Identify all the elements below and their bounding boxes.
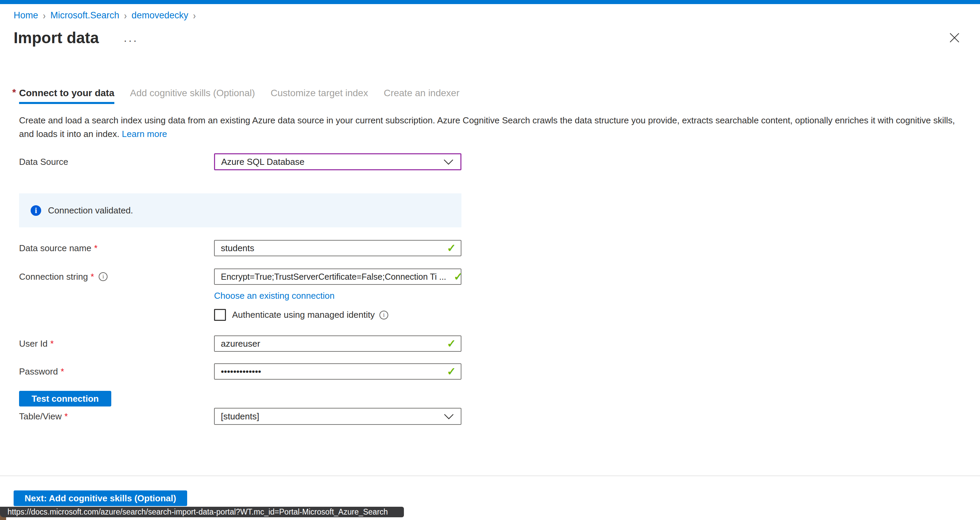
portal-top-accent-bar <box>0 0 980 4</box>
close-icon[interactable] <box>949 32 960 43</box>
footer-divider <box>0 476 980 476</box>
tab-label: Connect to your data <box>19 88 115 98</box>
data-source-name-input[interactable] <box>214 240 461 256</box>
title-row: Import data ··· <box>14 29 138 47</box>
intro-text: Create and load a search index using dat… <box>19 114 967 141</box>
banner-message: Connection validated. <box>48 205 133 216</box>
required-marker: * <box>91 271 94 282</box>
table-view-label: Table/View * <box>19 411 214 422</box>
required-marker: * <box>12 87 16 98</box>
data-source-name-row: Data source name * <box>19 240 461 256</box>
page-title: Import data <box>14 29 99 47</box>
tab-customize-target-index[interactable]: Customize target index <box>270 88 368 104</box>
choose-existing-connection-link[interactable]: Choose an existing connection <box>214 290 334 301</box>
table-view-row: Table/View * [students] <box>19 408 461 425</box>
tab-connect-to-your-data[interactable]: * Connect to your data <box>19 88 115 104</box>
user-id-label: User Id * <box>19 339 214 349</box>
tab-label: Add cognitive skills (Optional) <box>130 88 255 98</box>
info-icon[interactable] <box>99 272 108 281</box>
field-label: Table/View <box>19 411 62 422</box>
breadcrumb-separator-icon: › <box>193 10 196 21</box>
breadcrumb: Home › Microsoft.Search › demovedecky › <box>14 10 196 21</box>
password-row: Password * <box>19 363 461 380</box>
managed-identity-row: Authenticate using managed identity <box>214 309 461 321</box>
chevron-down-icon <box>444 414 454 419</box>
breadcrumb-separator-icon: › <box>43 10 46 21</box>
required-marker: * <box>60 366 64 377</box>
connection-string-row: Connection string * <box>19 268 461 285</box>
connection-string-label: Connection string * <box>19 271 214 282</box>
data-source-row: Data Source Azure SQL Database <box>19 153 461 170</box>
learn-more-link[interactable]: Learn more <box>122 129 167 139</box>
breadcrumb-home[interactable]: Home <box>14 10 38 21</box>
breadcrumb-microsoft-search[interactable]: Microsoft.Search <box>50 10 119 21</box>
test-connection-button[interactable]: Test connection <box>19 391 111 406</box>
field-label: Data source name <box>19 243 91 254</box>
next-add-cognitive-skills-button[interactable]: Next: Add cognitive skills (Optional) <box>14 490 187 506</box>
required-marker: * <box>64 411 68 422</box>
user-id-row: User Id * <box>19 335 461 352</box>
field-label: User Id <box>19 339 48 349</box>
tab-label: Customize target index <box>270 88 368 98</box>
dropdown-value: Azure SQL Database <box>221 157 305 167</box>
data-source-label: Data Source <box>19 157 214 167</box>
wizard-tabs: * Connect to your data Add cognitive ski… <box>19 88 460 104</box>
dropdown-value: [students] <box>221 411 259 422</box>
breadcrumb-separator-icon: › <box>124 10 127 21</box>
data-source-dropdown[interactable]: Azure SQL Database <box>214 153 461 170</box>
breadcrumb-demovedecky[interactable]: demovedecky <box>132 10 189 21</box>
table-view-dropdown[interactable]: [students] <box>214 408 461 425</box>
data-source-name-label: Data source name * <box>19 243 214 254</box>
managed-identity-label: Authenticate using managed identity <box>232 310 375 320</box>
password-label: Password * <box>19 366 214 377</box>
info-filled-icon <box>30 205 41 216</box>
password-input[interactable] <box>214 363 461 380</box>
info-icon[interactable] <box>379 311 388 319</box>
field-label: Password <box>19 366 58 377</box>
field-label: Connection string <box>19 271 88 282</box>
info-banner: Connection validated. <box>19 193 461 227</box>
field-label: Data Source <box>19 157 68 167</box>
connect-form: Data Source Azure SQL Database Connectio… <box>19 153 461 425</box>
more-menu-icon[interactable]: ··· <box>123 37 138 43</box>
chevron-down-icon <box>443 159 453 165</box>
managed-identity-checkbox[interactable] <box>214 309 226 321</box>
connection-string-input[interactable] <box>214 268 461 285</box>
tab-add-cognitive-skills[interactable]: Add cognitive skills (Optional) <box>130 88 255 104</box>
tab-label: Create an indexer <box>384 88 460 98</box>
required-marker: * <box>94 243 97 254</box>
user-id-input[interactable] <box>214 335 461 352</box>
required-marker: * <box>50 339 54 349</box>
tab-create-an-indexer[interactable]: Create an indexer <box>384 88 460 104</box>
import-data-blade: Home › Microsoft.Search › demovedecky › … <box>0 0 980 520</box>
browser-status-url: https://docs.microsoft.com/azure/search/… <box>0 507 404 517</box>
